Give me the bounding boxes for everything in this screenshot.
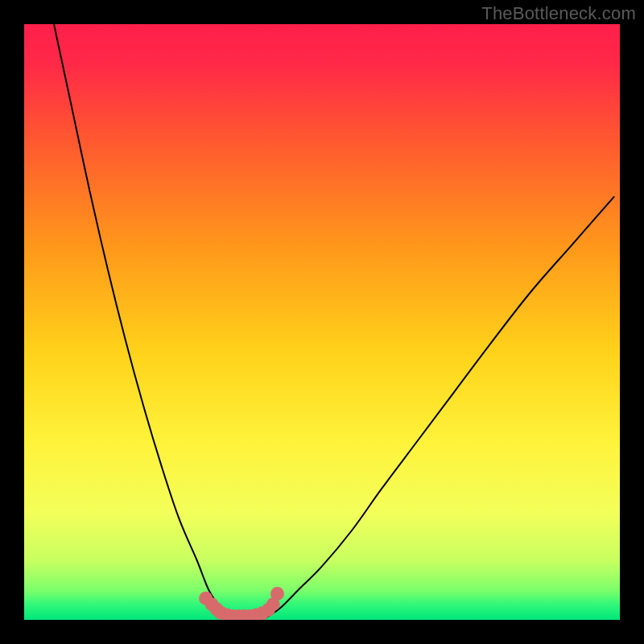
gradient-background xyxy=(24,24,620,620)
marker-dot xyxy=(270,587,284,601)
watermark-text: TheBottleneck.com xyxy=(481,3,636,24)
chart-stage: TheBottleneck.com xyxy=(0,0,644,644)
chart-svg xyxy=(24,24,620,620)
chart-plot xyxy=(24,24,620,620)
